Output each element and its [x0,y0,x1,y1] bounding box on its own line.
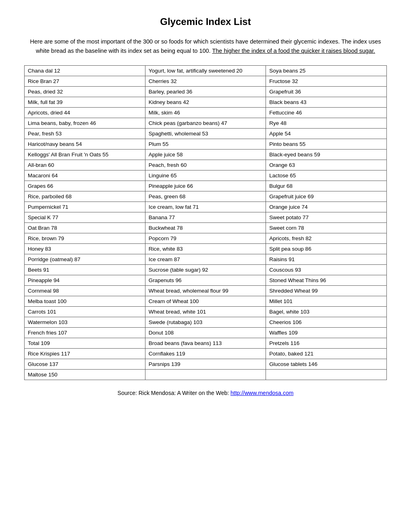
table-cell: Milk, skim 46 [145,108,266,118]
table-cell [145,370,266,380]
table-cell: Special K 77 [25,212,145,223]
table-cell: Cheerios 106 [266,317,387,328]
table-cell: Kelloggs' All Bran Fruit 'n Oats 55 [25,150,145,160]
table-cell: Lactose 65 [266,170,387,181]
source-link[interactable]: http://www.mendosa.com [230,390,293,396]
table-cell: Cornmeal 98 [25,286,145,296]
table-cell: Peas, green 68 [145,191,266,202]
source-paragraph: Source: Rick Mendosa: A Writer on the We… [24,390,387,396]
table-row: Rice Krispies 117Cornflakes 119Potato, b… [25,349,387,359]
table-row: Rice, brown 79Popcorn 79Apricots, fresh … [25,233,387,244]
table-cell: Macaroni 64 [25,170,145,181]
table-cell: Peas, dried 32 [25,87,145,97]
table-cell: Fettuccine 46 [266,108,387,118]
table-cell: Wheat bread, white 101 [145,307,266,317]
table-row: Apricots, dried 44Milk, skim 46Fettuccin… [25,108,387,118]
table-cell: Grapenuts 96 [145,275,266,286]
intro-text-underline: The higher the index of a food the quick… [212,48,375,54]
table-row: Pineapple 94Grapenuts 96Stoned Wheat Thi… [25,275,387,286]
table-cell: Milk, full fat 39 [25,97,145,108]
table-cell: Pineapple juice 66 [145,181,266,191]
table-cell: Yogurt, low fat, artifically sweetened 2… [145,66,266,76]
table-cell: Potato, baked 121 [266,349,387,359]
table-cell: Spaghetti, wholemeal 53 [145,129,266,139]
table-row: Grapes 66Pineapple juice 66Bulgur 68 [25,181,387,191]
table-row: Beets 91Sucrose (table sugar) 92Couscous… [25,265,387,275]
table-row: Kelloggs' All Bran Fruit 'n Oats 55Apple… [25,150,387,160]
table-cell: Rye 48 [266,118,387,129]
table-cell: Maltose 150 [25,370,145,380]
table-cell: Black-eyed beans 59 [266,150,387,160]
table-cell: Rice, white 83 [145,244,266,254]
table-cell: Rice, brown 79 [25,233,145,244]
table-cell: Fructose 32 [266,76,387,87]
table-row: Pumpernickel 71Ice cream, low fat 71Oran… [25,202,387,212]
glycemic-index-table: Chana dal 12Yogurt, low fat, artifically… [24,65,387,380]
table-cell: Bulgur 68 [266,181,387,191]
table-cell: Split pea soup 86 [266,244,387,254]
table-row: Maltose 150 [25,370,387,380]
table-row: Lima beans, baby, frozen 46Chick peas (g… [25,118,387,129]
table-cell: Chana dal 12 [25,66,145,76]
table-cell: Apple juice 58 [145,150,266,160]
table-cell: Beets 91 [25,265,145,275]
table-row: Peas, dried 32Barley, pearled 36Grapefru… [25,87,387,97]
table-row: Chana dal 12Yogurt, low fat, artifically… [25,66,387,76]
table-row: Porridge (oatmeal) 87Ice cream 87Raisins… [25,254,387,265]
table-row: Total 109Broad beans (fava beans) 113Pre… [25,338,387,349]
table-cell: Pinto beans 55 [266,139,387,150]
table-row: Pear, fresh 53Spaghetti, wholemeal 53App… [25,129,387,139]
table-cell: Chick peas (garbanzo beans) 47 [145,118,266,129]
table-cell: Grapefruit 36 [266,87,387,97]
table-cell: Glucose 137 [25,359,145,370]
table-cell: Ice cream, low fat 71 [145,202,266,212]
table-row: Special K 77Banana 77Sweet potato 77 [25,212,387,223]
table-cell: Watermelon 103 [25,317,145,328]
table-row: All-bran 60Peach, fresh 60Orange 63 [25,160,387,170]
table-cell: Barley, pearled 36 [145,87,266,97]
table-cell: Shredded Wheat 99 [266,286,387,296]
table-cell: Popcorn 79 [145,233,266,244]
table-cell: Kidney beans 42 [145,97,266,108]
table-cell: Plum 55 [145,139,266,150]
table-cell: Raisins 91 [266,254,387,265]
table-row: Macaroni 64Linguine 65Lactose 65 [25,170,387,181]
table-cell: Ice cream 87 [145,254,266,265]
table-cell: Buckwheat 78 [145,223,266,233]
table-cell: Couscous 93 [266,265,387,275]
table-cell: Swede (rutabaga) 103 [145,317,266,328]
table-cell: Cream of Wheat 100 [145,296,266,307]
table-row: Rice, parboiled 68Peas, green 68Grapefru… [25,191,387,202]
table-cell: Linguine 65 [145,170,266,181]
table-cell: Oat Bran 78 [25,223,145,233]
table-cell: Orange juice 74 [266,202,387,212]
table-cell: Melba toast 100 [25,296,145,307]
table-cell: Apricots, fresh 82 [266,233,387,244]
table-cell: Carrots 101 [25,307,145,317]
page-title: Glycemic Index List [24,16,387,27]
table-cell [266,370,387,380]
table-cell: Sweet corn 78 [266,223,387,233]
table-cell: Black beans 43 [266,97,387,108]
table-cell: Banana 77 [145,212,266,223]
table-row: Melba toast 100Cream of Wheat 100Millet … [25,296,387,307]
table-cell: Haricot/navy beans 54 [25,139,145,150]
table-cell: Soya beans 25 [266,66,387,76]
table-cell: Millet 101 [266,296,387,307]
table-row: Oat Bran 78Buckwheat 78Sweet corn 78 [25,223,387,233]
table-row: Carrots 101Wheat bread, white 101Bagel, … [25,307,387,317]
table-cell: Honey 83 [25,244,145,254]
table-cell: Glucose tablets 146 [266,359,387,370]
table-cell: Apple 54 [266,129,387,139]
table-cell: Pineapple 94 [25,275,145,286]
table-cell: Rice, parboiled 68 [25,191,145,202]
table-cell: Sweet potato 77 [266,212,387,223]
table-cell: Pumpernickel 71 [25,202,145,212]
table-cell: Apricots, dried 44 [25,108,145,118]
table-cell: Grapefruit juice 69 [266,191,387,202]
table-row: Cornmeal 98Wheat bread, wholemeal flour … [25,286,387,296]
table-row: Honey 83Rice, white 83Split pea soup 86 [25,244,387,254]
table-cell: Waffles 109 [266,328,387,338]
table-cell: Bagel, white 103 [266,307,387,317]
intro-paragraph: Here are some of the most important of t… [24,37,387,56]
